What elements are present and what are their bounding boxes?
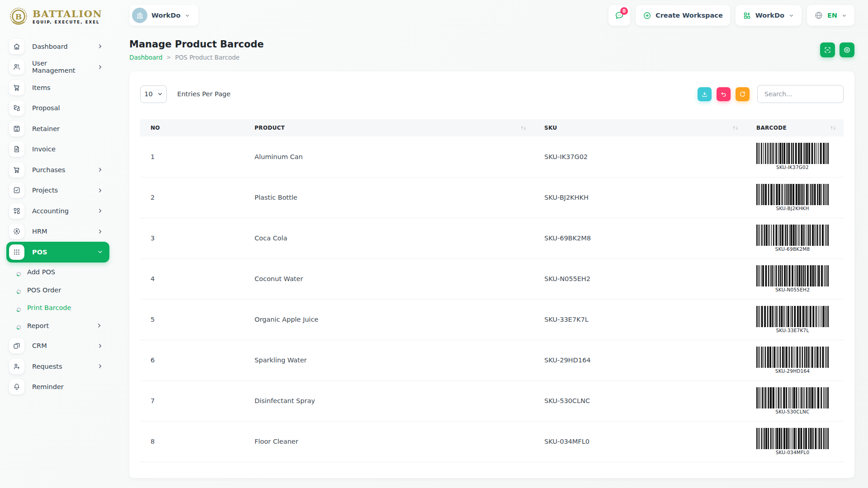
items-cart-icon: [9, 80, 24, 95]
sidebar-item-label: Accounting: [32, 207, 69, 215]
submenu-bullet-icon: [16, 270, 21, 275]
row-number: 2: [140, 177, 244, 218]
chevron-right-icon: [97, 188, 103, 193]
sidebar-item-label: Retainer: [32, 125, 60, 132]
sidebar-item-accounting[interactable]: Accounting: [6, 201, 109, 221]
chevron-right-icon: [97, 167, 103, 173]
barcode-image: SKU-29HD164: [756, 347, 829, 374]
table-row: 5Organic Apple JuiceSKU-33E7K7LSKU-33E7K…: [140, 299, 844, 340]
sidebar-item-hrm[interactable]: HRM: [6, 221, 109, 242]
refresh-icon: [739, 91, 746, 98]
submenu-bullet-icon: [16, 287, 21, 292]
top-bar: WorkDo 0 Create Workspace: [117, 0, 868, 26]
export-download-button[interactable]: [698, 87, 712, 101]
workspace-avatar: [132, 8, 147, 23]
brand-logo[interactable]: B BATTALION EQUIP, EXECUTE, EXEL: [6, 4, 117, 30]
product-sku: SKU-N055EH2: [534, 258, 746, 299]
workspace-selector[interactable]: WorkDo: [129, 5, 198, 26]
reset-button[interactable]: [717, 87, 731, 101]
row-number: 5: [140, 299, 244, 340]
chevron-right-icon: [97, 64, 103, 70]
submenu-bullet-icon: [16, 305, 21, 310]
users-icon: [9, 59, 24, 75]
retainer-save-icon: [9, 121, 24, 136]
sort-icon[interactable]: ↑↓: [732, 126, 741, 131]
sidebar-item-label: Proposal: [32, 104, 60, 112]
sidebar-item-invoice[interactable]: Invoice: [6, 139, 109, 160]
accounting-grid-icon: [9, 203, 24, 219]
product-name: Sparkling Water: [244, 340, 534, 380]
table-header-row: NOPRODUCT↑↓SKU↑↓BARCODE↑↓: [140, 119, 844, 136]
sidebar-subitem-pos-order[interactable]: POS Order: [6, 281, 109, 299]
workspace-dropdown[interactable]: WorkDo: [736, 5, 802, 26]
product-name: Disinfectant Spray: [244, 380, 534, 421]
breadcrumb: Dashboard > POS Product Barcode: [129, 54, 264, 61]
sidebar-subitem-print-barcode[interactable]: Print Barcode: [6, 299, 109, 317]
workspace-grid-icon: [743, 11, 751, 20]
search-input[interactable]: [757, 85, 844, 103]
barcode-image: SKU-BJ2KHKH: [756, 184, 829, 211]
breadcrumb-dashboard-link[interactable]: Dashboard: [129, 54, 162, 61]
product-name: Coca Cola: [244, 218, 534, 258]
messages-button[interactable]: 0: [609, 5, 630, 26]
barcode-image: SKU-69BK2M8: [756, 225, 829, 252]
create-workspace-button[interactable]: Create Workspace: [636, 5, 730, 26]
barcode-label: SKU-034MFL0: [756, 450, 829, 455]
undo-icon: [720, 91, 727, 98]
column-header-barcode[interactable]: BARCODE↑↓: [746, 119, 844, 136]
chevron-down-icon: [184, 13, 190, 19]
product-sku: SKU-29HD164: [534, 340, 746, 380]
settings-button[interactable]: [840, 42, 854, 57]
sidebar-item-label: Purchases: [32, 166, 65, 174]
column-header-label: PRODUCT: [255, 125, 285, 131]
sidebar-item-items[interactable]: Items: [6, 77, 109, 98]
row-number: 4: [140, 258, 244, 299]
row-number: 6: [140, 340, 244, 380]
download-icon: [701, 91, 708, 98]
barcode-label: SKU-530CLNC: [756, 409, 829, 414]
column-header-sku[interactable]: SKU↑↓: [534, 119, 746, 136]
sidebar-item-pos[interactable]: POS: [6, 242, 109, 263]
create-workspace-label: Create Workspace: [656, 12, 723, 19]
sidebar-item-retainer[interactable]: Retainer: [6, 118, 109, 139]
sidebar-nav: DashboardUser ManagementItemsProposalRet…: [6, 36, 117, 397]
home-icon: [9, 39, 24, 54]
barcode-scan-button[interactable]: [820, 42, 835, 57]
sort-icon[interactable]: ↑↓: [830, 126, 839, 131]
product-sku: SKU-034MFL0: [534, 421, 746, 462]
content-column: WorkDo 0 Create Workspace: [117, 0, 868, 488]
sidebar-subitem-add-pos[interactable]: Add POS: [6, 263, 109, 282]
sidebar-item-proposal[interactable]: Proposal: [6, 98, 109, 119]
sidebar-subitem-label: Print Barcode: [27, 304, 71, 311]
messages-badge: 0: [620, 7, 628, 15]
sidebar-item-label: User Management: [32, 60, 90, 74]
sidebar-item-reminder[interactable]: Reminder: [6, 377, 109, 398]
sidebar-item-requests[interactable]: Requests: [6, 356, 109, 377]
purchases-cart-icon: [9, 162, 24, 178]
entries-per-page-select[interactable]: 10: [140, 85, 167, 103]
sort-icon[interactable]: ↑↓: [520, 126, 529, 131]
product-name: Plastic Bottle: [244, 177, 534, 218]
globe-icon: [814, 11, 823, 20]
barcode-image: SKU-530CLNC: [756, 387, 829, 414]
sidebar-item-label: HRM: [32, 228, 47, 235]
sidebar-item-purchases[interactable]: Purchases: [6, 160, 109, 180]
refresh-button[interactable]: [736, 87, 750, 101]
product-sku: SKU-IK37G02: [534, 136, 746, 177]
sidebar-item-crm[interactable]: CRM: [6, 336, 109, 357]
workspace-dropdown-label: WorkDo: [755, 12, 784, 19]
barcode-image: SKU-IK37G02: [756, 143, 829, 170]
sidebar: B BATTALION EQUIP, EXECUTE, EXEL Dashboa…: [0, 0, 117, 488]
sidebar-item-projects[interactable]: Projects: [6, 180, 109, 201]
chevron-right-icon: [97, 343, 103, 349]
sidebar-item-label: Reminder: [32, 383, 64, 390]
sidebar-item-dashboard[interactable]: Dashboard: [6, 36, 109, 57]
sidebar-item-user-management[interactable]: User Management: [6, 57, 109, 78]
row-number: 7: [140, 380, 244, 421]
sidebar-subitem-report[interactable]: Report: [6, 317, 109, 335]
sidebar-item-label: Requests: [32, 363, 62, 370]
language-selector[interactable]: EN: [807, 5, 854, 26]
brand-tagline: EQUIP, EXECUTE, EXEL: [33, 20, 102, 24]
column-header-product[interactable]: PRODUCT↑↓: [244, 119, 534, 136]
column-header-no: NO: [140, 119, 244, 136]
